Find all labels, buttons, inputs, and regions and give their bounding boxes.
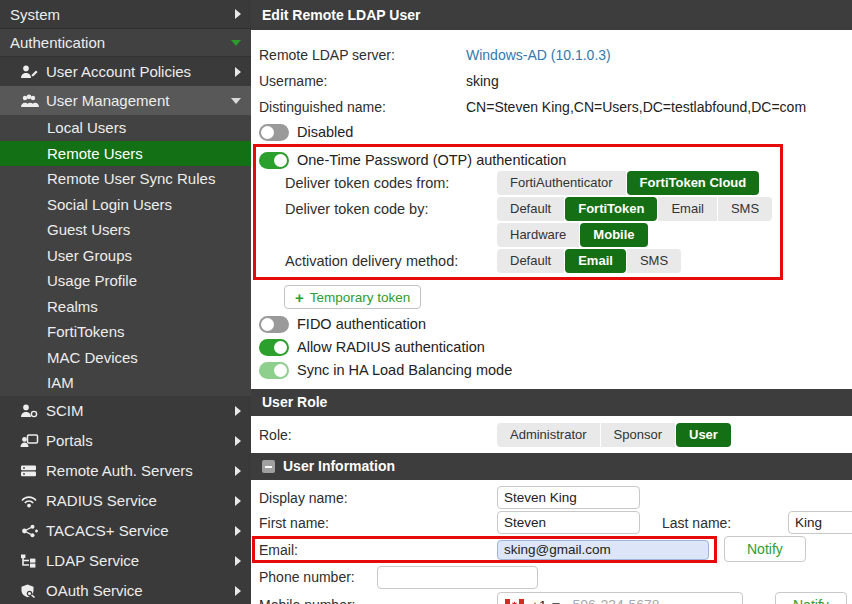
sidebar-item-label: FortiTokens — [47, 323, 125, 340]
sidebar-item-local-users[interactable]: Local Users — [0, 115, 251, 141]
deliver-from-segment: FortiAuthenticator FortiToken Cloud — [497, 171, 759, 195]
email-label: Email: — [259, 542, 497, 558]
deliver-by-label: Deliver token code by: — [285, 201, 497, 217]
sidebar-item-label: OAuth Service — [46, 582, 235, 599]
mobile-label: Mobile number: — [259, 597, 497, 604]
sidebar-item-user-management[interactable]: User Management — [0, 86, 251, 115]
fido-toggle[interactable] — [259, 316, 289, 333]
sidebar-item-label: User Groups — [47, 247, 132, 264]
deliver-by-segment2: Hardware Mobile — [497, 223, 648, 247]
phone-input[interactable] — [377, 566, 538, 589]
last-name-label: Last name: — [662, 515, 788, 531]
otp-toggle[interactable] — [259, 152, 289, 169]
option-mobile[interactable]: Mobile — [580, 223, 647, 247]
chevron-right-icon — [235, 556, 241, 566]
sidebar-item-mac-devices[interactable]: MAC Devices — [0, 345, 251, 371]
canada-flag-icon — [505, 599, 524, 604]
sidebar-item-remote-auth-servers[interactable]: Remote Auth. Servers — [0, 456, 251, 486]
option-email[interactable]: Email — [565, 249, 626, 273]
main-panel: Edit Remote LDAP User Remote LDAP server… — [251, 0, 852, 604]
option-sms[interactable]: SMS — [627, 249, 681, 273]
display-name-input[interactable] — [497, 486, 640, 509]
mobile-placeholder[interactable]: 506-234-5678 — [572, 597, 659, 604]
option-fortiauthenticator[interactable]: FortiAuthenticator — [497, 171, 626, 195]
sidebar-item-label: SCIM — [46, 402, 235, 419]
user-information-header-label: User Information — [283, 453, 395, 480]
option-hardware[interactable]: Hardware — [497, 223, 579, 247]
sidebar-item-fortitokens[interactable]: FortiTokens — [0, 319, 251, 345]
display-name-row: Display name: — [251, 486, 852, 509]
first-name-input[interactable] — [497, 511, 640, 534]
sidebar-item-social-login-users[interactable]: Social Login Users — [0, 192, 251, 218]
sidebar-item-label: User Management — [46, 92, 231, 109]
option-sponsor[interactable]: Sponsor — [601, 423, 675, 447]
email-input[interactable] — [497, 540, 709, 560]
sidebar-item-usage-profile[interactable]: Usage Profile — [0, 268, 251, 294]
radius-wifi-icon — [20, 494, 39, 508]
temporary-token-button[interactable]: + Temporary token — [284, 285, 421, 309]
collapse-minus-icon[interactable] — [262, 460, 275, 473]
sidebar-item-label: Remote Auth. Servers — [46, 462, 235, 479]
servers-icon — [20, 464, 39, 478]
sidebar-item-label: Remote Users — [47, 145, 143, 162]
sidebar-item-label: Guest Users — [47, 221, 130, 238]
sidebar-item-radius-service[interactable]: RADIUS Service — [0, 486, 251, 516]
mobile-row: Mobile number: +1 506-234-5678 Notify — [251, 592, 852, 604]
email-highlight-box: Email: — [252, 536, 717, 563]
last-name-input[interactable] — [788, 511, 852, 534]
sidebar-item-user-groups[interactable]: User Groups — [0, 243, 251, 269]
remote-ldap-server-row: Remote LDAP server: Windows-AD (10.1.0.3… — [251, 42, 852, 68]
sidebar-item-remote-user-sync-rules[interactable]: Remote User Sync Rules — [0, 166, 251, 192]
phone-label: Phone number: — [259, 569, 377, 585]
option-fortitoken-cloud[interactable]: FortiToken Cloud — [627, 171, 760, 195]
mobile-input-group: +1 506-234-5678 — [497, 592, 743, 604]
toggle-knob — [274, 364, 287, 377]
mobile-notify-button[interactable]: Notify — [775, 592, 847, 604]
sidebar-item-guest-users[interactable]: Guest Users — [0, 217, 251, 243]
sidebar-item-portals[interactable]: Portals — [0, 426, 251, 456]
ha-sync-toggle[interactable] — [259, 362, 289, 379]
sidebar-item-label: TACACS+ Service — [46, 522, 235, 539]
option-email[interactable]: Email — [658, 197, 717, 221]
sidebar-item-tacacs-service[interactable]: TACACS+ Service — [0, 516, 251, 546]
activation-row: Activation delivery method: Default Emai… — [256, 249, 780, 273]
sidebar-item-authentication[interactable]: Authentication — [0, 29, 251, 57]
sidebar-item-scim[interactable]: SCIM — [0, 396, 251, 426]
role-segment: Administrator Sponsor User — [497, 423, 731, 447]
chevron-right-icon — [235, 496, 241, 506]
user-role-header: User Role — [251, 389, 852, 416]
sidebar-item-user-account-policies[interactable]: User Account Policies — [0, 57, 251, 86]
disabled-toggle[interactable] — [259, 124, 289, 141]
sidebar-item-remote-users[interactable]: Remote Users — [0, 141, 251, 167]
option-user[interactable]: User — [676, 423, 731, 447]
radius-toggle[interactable] — [259, 339, 289, 356]
radius-toggle-row: Allow RADIUS authentication — [251, 336, 852, 358]
phone-row: Phone number: — [251, 566, 852, 588]
users-group-icon — [20, 94, 39, 108]
remote-ldap-server-link[interactable]: Windows-AD (10.1.0.3) — [466, 47, 611, 63]
sidebar-item-label: LDAP Service — [46, 552, 235, 569]
option-sms[interactable]: SMS — [718, 197, 772, 221]
option-administrator[interactable]: Administrator — [497, 423, 600, 447]
first-last-name-row: First name: Last name: — [251, 511, 852, 534]
chevron-right-icon — [235, 406, 241, 416]
deliver-from-row: Deliver token codes from: FortiAuthentic… — [256, 171, 780, 195]
temporary-token-label: Temporary token — [310, 290, 411, 305]
option-fortitoken[interactable]: FortiToken — [565, 197, 657, 221]
sidebar-item-label: Remote User Sync Rules — [47, 170, 215, 187]
sidebar-item-system[interactable]: System — [0, 0, 251, 29]
radius-label: Allow RADIUS authentication — [297, 339, 485, 355]
option-default[interactable]: Default — [497, 197, 564, 221]
toggle-knob — [261, 318, 274, 331]
sidebar-item-label: MAC Devices — [47, 349, 138, 366]
sidebar-item-oauth-service[interactable]: OAuth Service — [0, 576, 251, 604]
display-name-label: Display name: — [259, 490, 497, 506]
country-code[interactable]: +1 — [531, 598, 546, 604]
sidebar-item-realms[interactable]: Realms — [0, 294, 251, 320]
sidebar-item-iam[interactable]: IAM — [0, 370, 251, 396]
email-notify-button[interactable]: Notify — [724, 536, 806, 562]
chevron-right-icon — [235, 466, 241, 476]
option-default[interactable]: Default — [497, 249, 564, 273]
sidebar-item-label: Social Login Users — [47, 196, 172, 213]
sidebar-item-ldap-service[interactable]: LDAP Service — [0, 546, 251, 576]
